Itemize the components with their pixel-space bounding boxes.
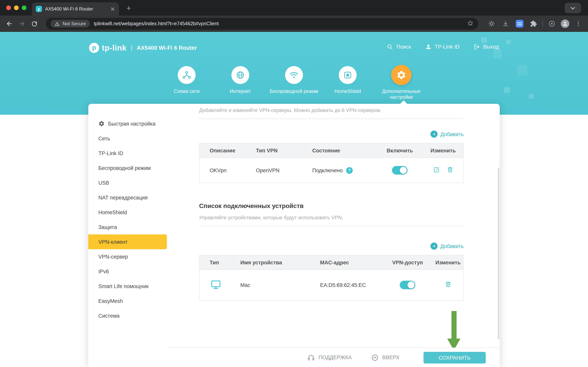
support-label: ПОДДЕРЖКА	[319, 355, 352, 360]
scroll-up-button[interactable]: ВВЕРХ	[371, 348, 400, 367]
main-nav: Схема сети Интернет Беспроводной режим H…	[0, 65, 588, 100]
nav-item-internet[interactable]: Интернет	[213, 65, 267, 100]
support-button[interactable]: ПОДДЕРЖКА	[307, 348, 352, 367]
refresh-button[interactable]	[28, 18, 41, 30]
vpn-status-cell: Подключено ?	[308, 167, 377, 174]
extension-shield-icon[interactable]	[547, 19, 557, 29]
sidebar-item-vpn-client[interactable]: VPN-клиент	[88, 234, 167, 249]
col-vpn-access: VPN-доступ	[392, 259, 423, 265]
add-device-button[interactable]: + Добавить	[431, 242, 463, 250]
sidebar-item-security[interactable]: Защита	[88, 220, 167, 234]
sidebar-item-smart-life[interactable]: Smart Life помощник	[88, 279, 167, 293]
sidebar-item-nat[interactable]: NAT переадресация	[88, 190, 167, 205]
vpn-server-row: OKVpn OpenVPN Подключено ?	[200, 158, 463, 183]
col-device-name: Имя устройства	[236, 259, 316, 265]
devices-table: Тип Имя устройства MAC-адрес VPN-доступ …	[199, 255, 463, 300]
col-vpn-type: Тип VPN	[252, 148, 308, 153]
vpn-access-toggle[interactable]	[400, 281, 415, 289]
decor-square	[506, 40, 511, 44]
sidebar-item-quick-setup[interactable]: Быстрая настройка	[88, 116, 167, 131]
minimize-window-button[interactable]	[14, 5, 19, 10]
save-button[interactable]: СОХРАНИТЬ	[423, 352, 486, 364]
logout-icon	[473, 43, 480, 50]
router-model: AX5400 Wi-Fi 6 Router	[137, 45, 197, 51]
trash-icon[interactable]	[444, 281, 452, 289]
sidebar-item-label: TP-Link ID	[98, 150, 123, 156]
extension-keyboard-icon[interactable]	[514, 19, 525, 29]
sidebar-item-wireless[interactable]: Беспроводной режим	[88, 161, 167, 175]
new-tab-button[interactable]: +	[124, 3, 134, 13]
nav-label: Схема сети	[160, 89, 213, 94]
globe-icon	[231, 66, 249, 84]
add-vpn-server-button[interactable]: + Добавить	[431, 131, 463, 138]
sidebar-item-homeshield[interactable]: HomeShield	[88, 205, 167, 220]
status-text: Подключено	[312, 167, 343, 173]
profile-avatar[interactable]	[561, 19, 569, 28]
browser-tab[interactable]: p AX5400 Wi-Fi 6 Router ✕	[32, 2, 119, 16]
edit-icon[interactable]	[433, 166, 440, 175]
forward-button[interactable]	[16, 18, 28, 30]
device-mac-cell: EA:D5:69:62:45:EC	[316, 282, 382, 288]
sidebar-item-ipv6[interactable]: IPv6	[88, 264, 167, 279]
sidebar-item-label: Сеть	[98, 135, 110, 141]
tab-search-chevron-icon[interactable]	[565, 3, 581, 13]
table-header: Описание Тип VPN Состояние Включить Изме…	[200, 143, 463, 158]
tplink-id-action[interactable]: TP-Link ID	[425, 43, 460, 50]
device-type-cell	[200, 279, 236, 291]
arrow-up-circle-icon	[371, 354, 379, 361]
window-controls	[6, 5, 26, 10]
bookmark-star-icon[interactable]	[467, 20, 474, 28]
search-action[interactable]: Поиск	[387, 43, 411, 50]
toolbar-divider	[543, 21, 543, 27]
sidebar-item-usb[interactable]: USB	[88, 175, 167, 190]
sidebar-item-easymesh[interactable]: EasyMesh	[88, 293, 167, 308]
wifi-icon	[285, 66, 303, 84]
plus-icon: +	[431, 242, 438, 250]
zoom-window-button[interactable]	[22, 5, 26, 10]
extension-download-icon[interactable]	[501, 19, 511, 29]
account-icon	[425, 43, 432, 50]
card-scrollbar[interactable]	[498, 167, 499, 339]
nav-item-wireless[interactable]: Беспроводной режим	[267, 65, 321, 100]
table-header: Тип Имя устройства MAC-адрес VPN-доступ …	[200, 255, 463, 270]
sidebar-item-tplink-id[interactable]: TP-Link ID	[88, 146, 167, 161]
help-icon[interactable]: ?	[346, 167, 353, 174]
nav-item-homeshield[interactable]: HomeShield	[321, 65, 375, 100]
nav-item-advanced-settings[interactable]: Дополнительные настройки	[375, 65, 428, 100]
col-enable: Включить	[387, 148, 413, 153]
browser-toolbar: Not Secure tplinkwifi.net/webpages/index…	[0, 16, 588, 32]
search-icon	[387, 43, 393, 50]
sidebar-item-label: IPv6	[98, 268, 109, 274]
col-edit: Изменить	[430, 148, 456, 153]
nav-label: Беспроводной режим	[267, 89, 321, 94]
vpn-enable-toggle[interactable]	[392, 166, 408, 175]
up-label: ВВЕРХ	[382, 355, 400, 360]
sidebar-item-label: Защита	[98, 224, 117, 230]
screen: p AX5400 Wi-Fi 6 Router ✕ + Not Secure	[0, 0, 588, 367]
close-window-button[interactable]	[6, 5, 11, 10]
tab-title: AX5400 Wi-Fi 6 Router	[45, 6, 108, 12]
nav-item-network-map[interactable]: Схема сети	[160, 65, 213, 100]
vpn-type-cell: OpenVPN	[252, 167, 308, 173]
card-footer: ПОДДЕРЖКА ВВЕРХ СОХРАНИТЬ	[167, 348, 500, 367]
extension-gear-icon[interactable]	[487, 19, 497, 29]
address-bar[interactable]: Not Secure tplinkwifi.net/webpages/index…	[46, 18, 478, 30]
security-label: Not Secure	[63, 21, 86, 26]
back-button[interactable]	[3, 18, 16, 30]
nav-label: Дополнительные настройки	[375, 89, 428, 100]
homeshield-icon	[339, 66, 357, 84]
sidebar-item-vpn-server[interactable]: VPN-сервер	[88, 249, 167, 264]
vpn-servers-description: Добавляйте и изменяйте VPN-серверы. Можн…	[199, 104, 463, 119]
security-chip[interactable]: Not Secure	[50, 20, 90, 28]
extensions-puzzle-icon[interactable]	[529, 19, 539, 29]
sidebar-item-label: Smart Life помощник	[98, 283, 149, 289]
sidebar-item-system[interactable]: Система	[88, 308, 167, 323]
browser-menu-icon[interactable]	[573, 19, 583, 29]
sidebar-item-label: NAT переадресация	[98, 195, 148, 200]
sidebar-item-network[interactable]: Сеть	[88, 131, 167, 146]
tplink-id-label: TP-Link ID	[435, 44, 460, 50]
trash-icon[interactable]	[446, 166, 454, 175]
close-tab-icon[interactable]: ✕	[110, 6, 115, 12]
nav-label: Интернет	[213, 89, 267, 94]
logout-action[interactable]: Выход	[473, 43, 499, 50]
